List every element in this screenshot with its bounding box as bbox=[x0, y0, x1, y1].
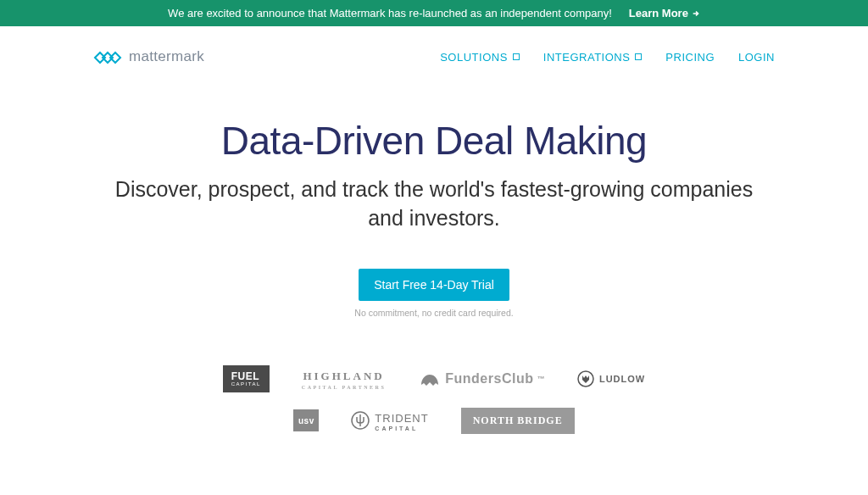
hero-title: Data-Driven Deal Making bbox=[0, 118, 868, 164]
mattermark-logo-icon bbox=[93, 47, 122, 66]
partner-trident: TRIDENT CAPITAL bbox=[351, 410, 428, 431]
main-nav: SOLUTIONS INTEGRATIONS PRICING LOGIN bbox=[440, 51, 775, 64]
lion-icon bbox=[418, 370, 442, 388]
logo-row-2: usv TRIDENT CAPITAL NORTH BRIDGE bbox=[293, 408, 574, 434]
partner-fundersclub-label: FundersClub bbox=[445, 371, 533, 387]
partner-ludlow-label: LUDLOW bbox=[599, 374, 645, 384]
nav-solutions-label: SOLUTIONS bbox=[440, 51, 508, 64]
partner-trident-label: TRIDENT bbox=[375, 412, 428, 425]
partner-usv: usv bbox=[293, 409, 319, 431]
dropdown-icon bbox=[635, 53, 642, 60]
dropdown-icon bbox=[513, 53, 520, 60]
nav-login-label: LOGIN bbox=[738, 51, 775, 64]
trident-icon bbox=[351, 411, 370, 430]
hero-section: Data-Driven Deal Making Discover, prospe… bbox=[0, 118, 868, 318]
wolf-icon bbox=[577, 370, 594, 387]
brand-logo[interactable]: mattermark bbox=[93, 47, 204, 66]
nav-login[interactable]: LOGIN bbox=[738, 51, 775, 64]
partner-fuel: FUEL CAPITAL bbox=[223, 365, 270, 392]
logo-row-1: FUEL CAPITAL HIGHLAND CAPITAL PARTNERS F… bbox=[223, 365, 645, 392]
learn-more-label: Learn More bbox=[629, 7, 688, 19]
partner-highland-label: HIGHLAND bbox=[303, 370, 384, 382]
hero-subtitle: Discover, prospect, and track the world'… bbox=[112, 175, 756, 233]
partner-trident-sub: CAPITAL bbox=[375, 425, 428, 431]
nav-integrations[interactable]: INTEGRATIONS bbox=[543, 51, 643, 64]
partner-ludlow: LUDLOW bbox=[577, 370, 645, 387]
nav-solutions[interactable]: SOLUTIONS bbox=[440, 51, 520, 64]
partner-logos: FUEL CAPITAL HIGHLAND CAPITAL PARTNERS F… bbox=[0, 365, 868, 434]
announcement-bar: We are excited to announce that Matterma… bbox=[0, 0, 868, 26]
nav-pricing[interactable]: PRICING bbox=[665, 51, 715, 64]
partner-northbridge-label: NORTH BRIDGE bbox=[473, 414, 563, 427]
nav-integrations-label: INTEGRATIONS bbox=[543, 51, 631, 64]
start-trial-button[interactable]: Start Free 14-Day Trial bbox=[359, 269, 509, 301]
partner-highland-sub: CAPITAL PARTNERS bbox=[302, 385, 386, 390]
header: mattermark SOLUTIONS INTEGRATIONS PRICIN… bbox=[0, 26, 868, 74]
brand-name: mattermark bbox=[129, 48, 204, 65]
partner-northbridge: NORTH BRIDGE bbox=[461, 408, 575, 434]
learn-more-link[interactable]: Learn More bbox=[629, 7, 700, 19]
partner-usv-label: usv bbox=[298, 416, 314, 425]
cta-note: No commitment, no credit card required. bbox=[0, 308, 868, 318]
cta-section: Start Free 14-Day Trial No commitment, n… bbox=[0, 269, 868, 318]
partner-fuel-sub: CAPITAL bbox=[231, 381, 261, 387]
partner-highland: HIGHLAND CAPITAL PARTNERS bbox=[302, 368, 386, 390]
announcement-text: We are excited to announce that Matterma… bbox=[168, 7, 612, 19]
arrow-right-icon bbox=[692, 9, 700, 18]
nav-pricing-label: PRICING bbox=[665, 51, 715, 64]
partner-fundersclub: FundersClub™ bbox=[418, 370, 545, 388]
partner-fuel-label: FUEL bbox=[231, 370, 259, 382]
